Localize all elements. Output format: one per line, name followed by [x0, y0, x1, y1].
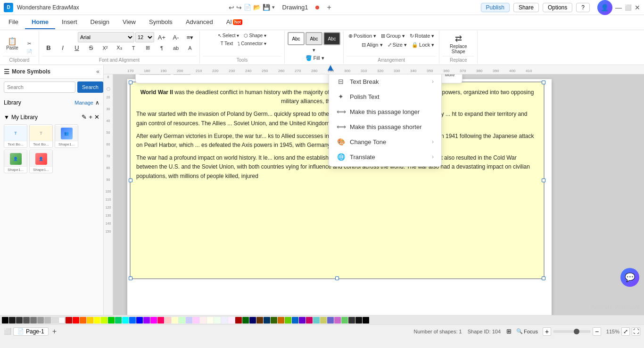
canvas-icon-btn[interactable]: ⬜: [4, 328, 11, 335]
color-swatch-dark3[interactable]: [23, 317, 30, 324]
color-swatch-brown[interactable]: [256, 317, 263, 324]
add-page-title-btn[interactable]: +: [327, 3, 331, 12]
menu-item-translate[interactable]: 🌐 Translate ›: [329, 149, 441, 164]
color-swatch-purple2[interactable]: [150, 317, 157, 324]
handle-mr[interactable]: [542, 178, 545, 182]
color-swatch-yellow[interactable]: [94, 317, 100, 324]
color-swatch-white[interactable]: [58, 317, 65, 324]
tab-file[interactable]: File: [2, 16, 25, 29]
minimize-button[interactable]: —: [615, 4, 622, 11]
fit-page-btn[interactable]: ⤢: [621, 327, 630, 336]
open-button[interactable]: 📂: [253, 4, 261, 11]
tab-insert[interactable]: Insert: [55, 16, 84, 29]
text-box-container[interactable]: World War II was the deadliest conflict …: [130, 81, 545, 279]
style-block-3[interactable]: Abc: [323, 32, 340, 45]
color-swatch-crimson[interactable]: [306, 317, 313, 324]
color-swatch-orange2[interactable]: [87, 317, 93, 324]
handle-tr[interactable]: [542, 81, 545, 84]
handle-bc[interactable]: [335, 276, 339, 280]
style-block-1[interactable]: Abc: [288, 32, 305, 45]
menu-item-shorter[interactable]: ⟺ Make this passage shorter: [329, 119, 441, 134]
handle-bl[interactable]: [129, 276, 132, 280]
strikethrough-btn[interactable]: S: [84, 43, 98, 52]
layers-btn[interactable]: ⊞: [506, 328, 512, 335]
color-swatch-indigo[interactable]: [327, 317, 334, 324]
highlight-btn[interactable]: ab: [169, 44, 182, 52]
paste-button[interactable]: 📋 Paste: [3, 32, 22, 55]
handle-tl[interactable]: [129, 81, 132, 84]
ft-text-layout[interactable]: ≡: [217, 74, 228, 75]
handle-br[interactable]: [542, 276, 545, 280]
menu-item-textbreak[interactable]: ⊟ Text Break ›: [329, 74, 441, 89]
copy-button[interactable]: 📄: [23, 48, 36, 55]
ft-bold[interactable]: B: [232, 74, 244, 75]
font-color-btn[interactable]: A: [183, 44, 197, 52]
ft-decrease-font[interactable]: A-: [205, 74, 216, 75]
decrease-font-btn[interactable]: A-: [169, 33, 182, 42]
publish-button[interactable]: Publish: [481, 3, 510, 12]
color-swatch-green[interactable]: [108, 317, 115, 324]
tab-design[interactable]: Design: [84, 16, 116, 29]
group-btn[interactable]: ⊞ Group ▾: [379, 32, 407, 40]
underline-btn[interactable]: U: [70, 43, 83, 52]
add-page-btn[interactable]: +: [52, 327, 57, 336]
color-swatch-sky[interactable]: [292, 317, 298, 324]
share-button[interactable]: Share: [513, 3, 539, 12]
cut-button[interactable]: ✂: [23, 40, 36, 47]
more-save-button[interactable]: ▾: [272, 4, 275, 10]
select-button[interactable]: ↖ Select ▾: [216, 32, 241, 39]
lock-btn[interactable]: 🔒 Lock ▾: [410, 41, 436, 49]
color-swatch-yellow-pale[interactable]: [207, 317, 214, 324]
styles-expand-btn[interactable]: ▾: [288, 46, 340, 54]
italic-btn[interactable]: I: [56, 43, 69, 52]
ai-chat-button[interactable]: 💬: [620, 268, 639, 287]
edit-library-btn[interactable]: ✎: [82, 113, 87, 121]
color-swatch-teal2[interactable]: [264, 317, 270, 324]
close-library-btn[interactable]: ✕: [94, 113, 99, 121]
maximize-button[interactable]: ⬜: [625, 4, 632, 11]
ft-bullets[interactable]: •≡: [294, 74, 305, 75]
tab-ai[interactable]: AI hot: [220, 16, 249, 29]
color-swatch-mustard[interactable]: [320, 317, 327, 324]
mylibrary-header[interactable]: ▼ My Library ✎ + ✕: [4, 112, 99, 122]
color-swatch-red-pale[interactable]: [200, 317, 206, 324]
tab-view[interactable]: View: [116, 16, 142, 29]
color-swatch-darkgreen[interactable]: [242, 317, 249, 324]
zoom-in-btn[interactable]: +: [543, 327, 551, 336]
thumbnail-shape3[interactable]: 👤 Shape1...: [29, 150, 53, 173]
color-swatch-gray4[interactable]: [51, 317, 58, 324]
color-swatch-lime2[interactable]: [285, 317, 291, 324]
thumbnail-textbox1[interactable]: T Text Bo...: [4, 124, 27, 148]
color-swatch-blue1[interactable]: [129, 317, 136, 324]
color-swatch-black2[interactable]: [363, 317, 369, 324]
ft-strikethrough[interactable]: S: [269, 74, 281, 75]
manage-button[interactable]: Manage: [74, 99, 93, 106]
ft-highlight[interactable]: ab: [306, 74, 317, 75]
tab-home[interactable]: Home: [25, 16, 55, 29]
ft-size-select[interactable]: 12: [173, 74, 191, 75]
thumbnail-shape1[interactable]: 👥 Shape1...: [55, 124, 78, 148]
align-btn[interactable]: ≡▾: [183, 33, 197, 42]
handle-ml[interactable]: [129, 178, 132, 182]
tab-symbols[interactable]: Symbols: [142, 16, 179, 29]
color-swatch-sage[interactable]: [341, 317, 348, 324]
size-btn[interactable]: ⤢ Size ▾: [386, 41, 409, 49]
color-swatch-black[interactable]: [2, 317, 8, 324]
color-swatch-blue2[interactable]: [136, 317, 143, 324]
ft-italic[interactable]: I: [245, 74, 256, 75]
color-swatch-gray2[interactable]: [37, 317, 44, 324]
ft-font-select[interactable]: Arial: [139, 74, 172, 75]
color-swatch-dark4[interactable]: [348, 317, 355, 324]
ft-list[interactable]: ⊟: [281, 74, 293, 75]
color-swatch-gray3[interactable]: [44, 317, 51, 324]
text-style-btn[interactable]: T: [127, 44, 140, 52]
color-swatch-darkred[interactable]: [235, 317, 242, 324]
text-button[interactable]: T Text: [219, 40, 235, 47]
subscript-btn[interactable]: X₂: [113, 44, 126, 52]
color-swatch-olive[interactable]: [271, 317, 277, 324]
canvas-page[interactable]: World War II was the deadliest conflict …: [127, 79, 552, 315]
menu-item-tone[interactable]: 🎨 Change Tone ›: [329, 134, 441, 149]
connector-button[interactable]: ⤵ Connector ▾: [236, 40, 268, 47]
font-size-select[interactable]: 12: [135, 32, 154, 42]
redo-button[interactable]: ↪: [236, 4, 242, 11]
